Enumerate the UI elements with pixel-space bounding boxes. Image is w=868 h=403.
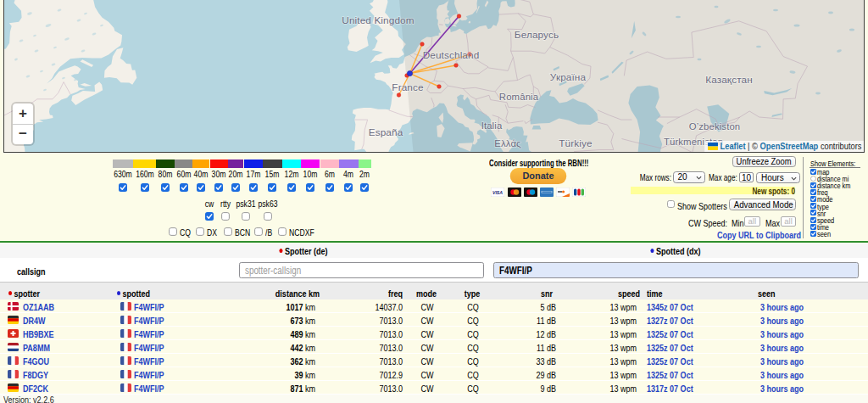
svg-text:Україна: Україна (550, 71, 587, 83)
svg-text:España: España (369, 126, 403, 138)
svg-text:Deutschland: Deutschland (423, 49, 480, 61)
svg-text:România: România (499, 92, 539, 102)
svg-text:Беларусь: Беларусь (515, 29, 559, 41)
svg-text:O’zbekiston: O’zbekiston (689, 121, 741, 132)
svg-text:Türkiye: Türkiye (559, 137, 593, 149)
svg-text:Казақстан: Казақстан (705, 74, 753, 86)
svg-text:VISA: VISA (492, 190, 503, 195)
svg-text:Italia: Italia (481, 120, 503, 131)
svg-text:France: France (392, 81, 424, 93)
svg-text:United Kingdom: United Kingdom (342, 14, 414, 26)
svg-text:Ελλάς: Ελλάς (494, 138, 521, 148)
